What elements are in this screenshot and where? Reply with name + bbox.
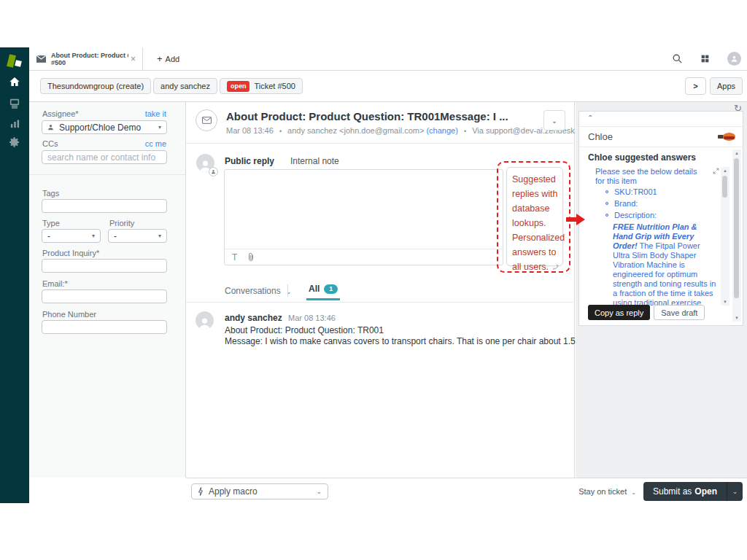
tab-all-conversations[interactable]: All 1 bbox=[306, 284, 340, 300]
type-value: - bbox=[47, 231, 50, 241]
list-item: SKU:TR001 bbox=[605, 187, 657, 196]
suggested-answer-paragraph: FREE Nutrition Plan & Hand Grip with Eve… bbox=[613, 222, 716, 306]
reply-channel-badge-icon[interactable] bbox=[209, 167, 218, 176]
submit-options-caret[interactable]: ⌄ bbox=[727, 482, 743, 501]
collapse-apps-button[interactable]: > bbox=[685, 77, 706, 95]
apps-sidebar-region: ↻ ⌃ Chloe Chloe suggested answers Please… bbox=[576, 102, 747, 478]
reporting-icon[interactable] bbox=[0, 115, 29, 131]
breadcrumb-bar: Thesundowngroup (create) andy sanchez op… bbox=[29, 71, 747, 102]
scroll-up-icon[interactable]: ▲ bbox=[732, 151, 741, 155]
home-icon[interactable] bbox=[0, 74, 29, 90]
logo-shape-white bbox=[15, 60, 22, 67]
dot-separator: • bbox=[464, 128, 466, 135]
panel-divider bbox=[579, 147, 743, 147]
conversations-label: Conversations bbox=[225, 286, 281, 296]
conversations-dropdown[interactable]: Conversations ⌄ bbox=[225, 286, 292, 296]
email-label: Email:* bbox=[42, 279, 68, 288]
collapse-panel-icon[interactable]: ⌃ bbox=[587, 114, 593, 122]
list-item: Description: bbox=[605, 210, 657, 219]
assignee-label: Assignee* bbox=[42, 109, 79, 118]
copy-as-reply-button[interactable]: Copy as reply bbox=[588, 305, 650, 320]
description-label: Description: bbox=[614, 211, 657, 219]
bullet-icon bbox=[605, 202, 608, 205]
message-body-line: Message: I wish to make canvas covers to… bbox=[225, 336, 568, 346]
ticket-requester: andy sanchez <john.doe@gmail.com> bbox=[287, 126, 424, 135]
breadcrumb-right-controls: > Apps bbox=[685, 77, 743, 95]
lightning-icon bbox=[198, 487, 204, 496]
email-input[interactable] bbox=[42, 289, 167, 303]
left-nav-rail bbox=[0, 47, 29, 503]
tags-input[interactable] bbox=[42, 199, 167, 213]
admin-gear-icon[interactable] bbox=[0, 134, 29, 150]
apply-macro-select[interactable]: Apply macro ⌄ bbox=[191, 483, 328, 499]
scrollbar-thumb[interactable] bbox=[722, 176, 727, 198]
stay-on-ticket-dropdown[interactable]: Stay on ticket ⌄ bbox=[578, 487, 636, 496]
phone-input[interactable] bbox=[42, 320, 167, 334]
priority-select[interactable]: - ▾ bbox=[108, 229, 167, 243]
submit-button-group: Submit as Open ⌄ bbox=[643, 482, 743, 501]
close-tab-icon[interactable]: × bbox=[128, 54, 138, 64]
suggested-answer-intro: Please see the below details for this it… bbox=[595, 167, 706, 186]
scroll-down-icon[interactable]: ▼ bbox=[721, 300, 729, 304]
vertical-divider bbox=[287, 284, 288, 297]
ticket-via: Via support@dev-ai.zendesk.com bbox=[472, 126, 592, 135]
text-format-icon[interactable]: T bbox=[232, 252, 237, 262]
fields-divider bbox=[29, 174, 185, 175]
stay-on-ticket-label: Stay on ticket bbox=[578, 487, 627, 496]
chevron-down-icon: ⌄ bbox=[631, 489, 636, 496]
save-draft-button[interactable]: Save draft bbox=[654, 305, 705, 320]
dot-separator: • bbox=[279, 128, 282, 135]
message-subject-line: About Product: Product Question: TR001 bbox=[225, 325, 384, 335]
ticket-fields-panel: Assignee* take it Support/Chloe Demo ▾ C… bbox=[29, 102, 186, 478]
scroll-up-icon[interactable]: ▲ bbox=[721, 168, 729, 173]
search-icon[interactable] bbox=[672, 53, 683, 64]
scroll-down-icon[interactable]: ▼ bbox=[732, 316, 741, 320]
submit-prefix-label: Submit as bbox=[653, 486, 692, 497]
chevron-down-icon: ▾ bbox=[158, 124, 161, 131]
scrollbar-thumb[interactable] bbox=[734, 158, 739, 298]
product-logo-icon bbox=[7, 53, 24, 71]
product-inquiry-input[interactable] bbox=[42, 259, 167, 273]
expand-icon[interactable] bbox=[713, 168, 719, 174]
conversation-count-badge: 1 bbox=[324, 284, 338, 294]
reply-editor[interactable]: T bbox=[224, 169, 503, 265]
breadcrumb-organization[interactable]: Thesundowngroup (create) bbox=[40, 78, 151, 94]
answer-scrollbar[interactable]: ▲ ▼ bbox=[721, 167, 729, 306]
list-item: Brand: bbox=[605, 198, 657, 208]
cc-me-link[interactable]: cc me bbox=[145, 139, 166, 148]
chevron-down-icon: ▾ bbox=[92, 233, 95, 239]
apps-button[interactable]: Apps bbox=[710, 77, 743, 95]
assignee-value: Support/Chloe Demo bbox=[59, 122, 141, 133]
ticket-footer-bar: Apply macro ⌄ Stay on ticket ⌄ Submit as… bbox=[186, 478, 747, 503]
ticket-number-label: Ticket #500 bbox=[254, 82, 295, 90]
apply-macro-label: Apply macro bbox=[209, 486, 258, 497]
assignee-select[interactable]: Support/Chloe Demo ▾ bbox=[42, 120, 167, 134]
submit-status-label: Open bbox=[694, 486, 717, 497]
chevron-down-icon: ▾ bbox=[158, 233, 161, 239]
header-divider bbox=[186, 143, 575, 144]
requester-avatar bbox=[196, 311, 214, 330]
chevron-down-icon: ⌄ bbox=[316, 488, 322, 495]
panel-scrollbar[interactable]: ▲ ▼ bbox=[732, 149, 741, 322]
ticket-tab-label: About Product: Product Qu... #500 bbox=[51, 52, 128, 66]
sku-value: SKU:TR001 bbox=[614, 187, 657, 196]
ccs-input[interactable] bbox=[42, 150, 167, 164]
screenshot-stage: About Product: Product Qu... #500 × + Ad… bbox=[0, 0, 747, 560]
attachment-icon[interactable] bbox=[247, 252, 255, 262]
submit-as-open-button[interactable]: Submit as Open bbox=[643, 482, 727, 501]
ticket-tab[interactable]: About Product: Product Qu... #500 × bbox=[29, 47, 143, 71]
type-select[interactable]: - ▾ bbox=[42, 229, 101, 243]
take-it-link[interactable]: take it bbox=[145, 109, 166, 118]
views-icon[interactable] bbox=[0, 96, 29, 112]
all-label: All bbox=[309, 284, 320, 294]
breadcrumb-ticket[interactable]: open Ticket #500 bbox=[220, 78, 303, 94]
type-label: Type bbox=[42, 219, 60, 228]
top-nav-icons bbox=[672, 47, 741, 70]
ticket-options-button[interactable]: ⌄ bbox=[543, 110, 565, 131]
breadcrumb-requester[interactable]: andy sanchez bbox=[153, 78, 217, 94]
answer-description-text: The Fitpal Power Ultra Slim Body Shaper … bbox=[613, 241, 716, 306]
user-avatar[interactable] bbox=[727, 52, 741, 66]
change-requester-link[interactable]: (change) bbox=[426, 126, 457, 135]
apps-grid-icon[interactable] bbox=[700, 54, 710, 63]
add-tab-button[interactable]: + Add bbox=[157, 47, 179, 70]
